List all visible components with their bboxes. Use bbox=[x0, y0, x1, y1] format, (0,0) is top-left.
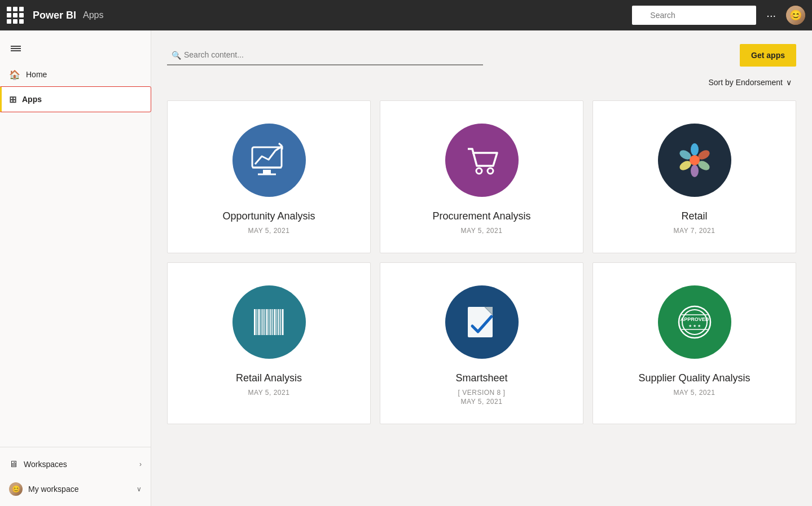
app-date: MAY 5, 2021 bbox=[461, 398, 503, 406]
svg-rect-29 bbox=[280, 309, 281, 335]
hamburger-button[interactable] bbox=[5, 37, 27, 60]
app-name: Opportunity Analysis bbox=[222, 210, 315, 222]
svg-rect-20 bbox=[262, 309, 264, 335]
app-name: Retail bbox=[681, 210, 707, 222]
app-icon-approved: APPROVED ★ ★ ★ bbox=[658, 285, 731, 359]
sidebar-item-apps[interactable]: ⊞ Apps bbox=[0, 87, 151, 112]
svg-rect-28 bbox=[278, 309, 279, 335]
topnav-appname: Apps bbox=[83, 10, 103, 20]
svg-point-9 bbox=[691, 143, 699, 156]
sidebar-item-workspaces[interactable]: 🖥 Workspaces › bbox=[0, 452, 151, 477]
svg-point-35 bbox=[682, 310, 707, 335]
app-date: MAY 5, 2021 bbox=[248, 389, 290, 397]
brand-name: Power BI bbox=[33, 10, 76, 21]
topnav-avatar[interactable]: 😊 bbox=[786, 6, 805, 25]
topnav: Power BI Apps 🔍 ··· 😊 bbox=[0, 0, 812, 30]
get-apps-button[interactable]: Get apps bbox=[740, 44, 796, 67]
app-card-retail[interactable]: RetailMAY 7, 2021 bbox=[592, 100, 796, 253]
apps-grid: Opportunity AnalysisMAY 5, 2021 Procurem… bbox=[167, 100, 796, 424]
my-workspace-avatar: 😊 bbox=[9, 482, 23, 496]
workspaces-chevron-icon: › bbox=[139, 460, 142, 468]
workspaces-icon: 🖥 bbox=[9, 459, 18, 469]
svg-rect-19 bbox=[261, 309, 262, 335]
app-date: MAY 5, 2021 bbox=[461, 227, 503, 235]
svg-point-6 bbox=[476, 168, 482, 174]
app-name: Supplier Quality Analysis bbox=[638, 372, 750, 384]
svg-rect-30 bbox=[282, 309, 283, 335]
app-name: Smartsheet bbox=[455, 372, 507, 384]
sidebar-apps-label: Apps bbox=[22, 95, 42, 104]
app-icon-cart bbox=[445, 124, 519, 197]
app-card-supplier-quality-analysis[interactable]: APPROVED ★ ★ ★ Supplier Quality Analysis… bbox=[592, 262, 796, 424]
svg-rect-24 bbox=[270, 309, 271, 335]
sort-bar: Sort by Endorsement ∨ bbox=[167, 76, 796, 89]
app-name: Procurement Analysis bbox=[432, 210, 530, 222]
app-icon-check bbox=[445, 285, 519, 359]
sort-chevron-icon: ∨ bbox=[786, 78, 792, 87]
sidebar-item-my-workspace[interactable]: 😊 My workspace ∨ bbox=[0, 477, 151, 501]
app-launcher-icon[interactable] bbox=[7, 7, 24, 24]
svg-point-12 bbox=[691, 165, 699, 177]
sidebar: 🏠 Home ⊞ Apps 🖥 Workspaces › 😊 My worksp… bbox=[0, 30, 151, 506]
home-icon: 🏠 bbox=[9, 69, 20, 80]
svg-rect-16 bbox=[254, 309, 256, 335]
sidebar-item-home[interactable]: 🏠 Home bbox=[0, 62, 151, 87]
sort-by-endorsement-button[interactable]: Sort by Endorsement ∨ bbox=[704, 76, 796, 89]
svg-text:★ ★ ★: ★ ★ ★ bbox=[688, 324, 701, 328]
app-date: MAY 5, 2021 bbox=[674, 389, 716, 397]
app-card-opportunity-analysis[interactable]: Opportunity AnalysisMAY 5, 2021 bbox=[167, 100, 371, 253]
sidebar-my-workspace-label: My workspace bbox=[28, 485, 78, 494]
apps-icon: ⊞ bbox=[9, 94, 16, 105]
svg-rect-18 bbox=[258, 309, 260, 335]
my-workspace-chevron-icon: ∨ bbox=[137, 485, 142, 493]
svg-line-2 bbox=[279, 143, 282, 146]
svg-point-34 bbox=[679, 306, 710, 338]
topnav-search-wrap: 🔍 bbox=[632, 6, 756, 25]
svg-rect-22 bbox=[266, 309, 267, 335]
app-card-smartsheet[interactable]: Smartsheet[ VERSION 8 ]MAY 5, 2021 bbox=[380, 262, 583, 424]
content-search-input-wrap: 🔍 bbox=[167, 45, 483, 65]
svg-point-15 bbox=[690, 155, 700, 165]
svg-rect-25 bbox=[272, 309, 273, 335]
topnav-more-button[interactable]: ··· bbox=[761, 7, 782, 24]
topnav-search-input[interactable] bbox=[632, 6, 756, 25]
main-content: 🔍 Get apps Sort by Endorsement ∨ Opportu… bbox=[151, 30, 812, 506]
content-search-row: 🔍 Get apps bbox=[167, 44, 796, 67]
svg-rect-17 bbox=[256, 309, 257, 335]
sidebar-bottom: 🖥 Workspaces › 😊 My workspace ∨ bbox=[0, 447, 151, 506]
svg-rect-23 bbox=[269, 309, 270, 335]
avatar-image: 😊 bbox=[786, 6, 805, 25]
main-layout: 🏠 Home ⊞ Apps 🖥 Workspaces › 😊 My worksp… bbox=[0, 30, 812, 506]
svg-rect-27 bbox=[276, 309, 278, 335]
svg-point-7 bbox=[488, 168, 493, 174]
content-search-input[interactable] bbox=[167, 45, 483, 65]
app-icon-barcode bbox=[232, 285, 306, 359]
app-card-procurement-analysis[interactable]: Procurement AnalysisMAY 5, 2021 bbox=[380, 100, 583, 253]
svg-rect-21 bbox=[264, 309, 265, 335]
app-date-sub: [ VERSION 8 ] bbox=[458, 389, 506, 397]
app-date: MAY 5, 2021 bbox=[248, 227, 290, 235]
sidebar-workspaces-label: Workspaces bbox=[24, 460, 67, 469]
app-card-retail-analysis[interactable]: Retail AnalysisMAY 5, 2021 bbox=[167, 262, 371, 424]
content-search-icon: 🔍 bbox=[172, 51, 181, 60]
sort-by-label: Sort by Endorsement bbox=[708, 78, 783, 87]
svg-text:APPROVED: APPROVED bbox=[680, 316, 709, 322]
app-icon-chart bbox=[232, 124, 306, 197]
svg-rect-26 bbox=[274, 309, 275, 335]
app-icon-flower bbox=[658, 124, 731, 197]
sidebar-home-label: Home bbox=[26, 70, 47, 79]
app-date: MAY 7, 2021 bbox=[674, 227, 716, 235]
app-name: Retail Analysis bbox=[236, 372, 302, 384]
